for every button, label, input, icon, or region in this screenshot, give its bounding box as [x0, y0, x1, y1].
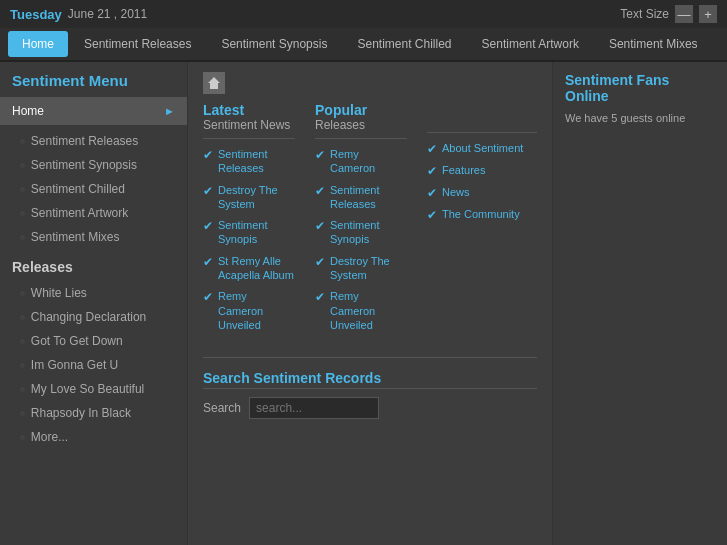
- popular-check-0: ✔: [315, 148, 325, 162]
- latest-item-3: ✔ St Remy Alle Acapella Album: [203, 254, 295, 283]
- fans-online-title: Sentiment Fans Online: [565, 72, 715, 104]
- sidebar-release-4[interactable]: My Love So Beautiful: [0, 377, 187, 401]
- svg-marker-0: [208, 77, 220, 89]
- sidebar-title-rest: Menu: [85, 72, 128, 89]
- popular-link-0[interactable]: Remy Cameron: [330, 147, 407, 176]
- sidebar-item-chilled[interactable]: Sentiment Chilled: [0, 177, 187, 201]
- quick-check-3: ✔: [427, 208, 437, 222]
- sidebar-release-0[interactable]: White Lies: [0, 281, 187, 305]
- popular-item-3: ✔ Destroy The System: [315, 254, 407, 283]
- popular-link-2[interactable]: Sentiment Synopis: [330, 218, 407, 247]
- popular-check-2: ✔: [315, 219, 325, 233]
- latest-title: Latest: [203, 102, 295, 118]
- quick-check-0: ✔: [427, 142, 437, 156]
- top-bar-left: Tuesday June 21 , 2011: [10, 7, 147, 22]
- popular-subtitle: Releases: [315, 118, 407, 132]
- latest-item-4: ✔ Remy Cameron Unveiled: [203, 289, 295, 332]
- latest-column: Latest Sentiment News ✔ Sentiment Releas…: [203, 102, 295, 339]
- quick-check-2: ✔: [427, 186, 437, 200]
- sidebar-releases-title: Releases: [0, 249, 187, 281]
- nav-item-artwork[interactable]: Sentiment Artwork: [468, 31, 593, 57]
- sidebar-item-artwork[interactable]: Sentiment Artwork: [0, 201, 187, 225]
- latest-item-1: ✔ Destroy The System: [203, 183, 295, 212]
- quick-link-item-2: ✔ News: [427, 185, 537, 200]
- fans-status-text: We have 5 guests online: [565, 112, 715, 124]
- popular-link-1[interactable]: Sentiment Releases: [330, 183, 407, 212]
- day-label: Tuesday: [10, 7, 62, 22]
- fans-accent: Sentiment: [565, 72, 633, 88]
- nav-item-mixes[interactable]: Sentiment Mixes: [595, 31, 712, 57]
- news-grid: Latest Sentiment News ✔ Sentiment Releas…: [203, 102, 537, 339]
- nav-item-releases[interactable]: Sentiment Releases: [70, 31, 205, 57]
- check-icon-0: ✔: [203, 148, 213, 162]
- nav-item-chilled[interactable]: Sentiment Chilled: [343, 31, 465, 57]
- sidebar-release-1[interactable]: Changing Declaration: [0, 305, 187, 329]
- sidebar-item-mixes[interactable]: Sentiment Mixes: [0, 225, 187, 249]
- sidebar-release-5[interactable]: Rhapsody In Black: [0, 401, 187, 425]
- sidebar-title: Sentiment Menu: [0, 72, 187, 97]
- search-divider: [203, 388, 537, 389]
- check-icon-1: ✔: [203, 184, 213, 198]
- check-icon-3: ✔: [203, 255, 213, 269]
- text-size-label: Text Size: [620, 7, 669, 21]
- sidebar-release-3[interactable]: Im Gonna Get U: [0, 353, 187, 377]
- search-field-label: Search: [203, 401, 241, 415]
- sidebar-home-arrow-icon: ►: [164, 105, 175, 117]
- check-icon-2: ✔: [203, 219, 213, 233]
- sidebar-release-2[interactable]: Got To Get Down: [0, 329, 187, 353]
- main-layout: Sentiment Menu Home ► Sentiment Releases…: [0, 62, 727, 545]
- latest-link-2[interactable]: Sentiment Synopis: [218, 218, 295, 247]
- sidebar-title-accent: Sentiment: [12, 72, 85, 89]
- sidebar-more-link[interactable]: More...: [0, 425, 187, 449]
- popular-check-4: ✔: [315, 290, 325, 304]
- latest-link-4[interactable]: Remy Cameron Unveiled: [218, 289, 295, 332]
- sidebar: Sentiment Menu Home ► Sentiment Releases…: [0, 62, 188, 545]
- quick-link-item-0: ✔ About Sentiment: [427, 141, 537, 156]
- popular-item-0: ✔ Remy Cameron: [315, 147, 407, 176]
- search-input[interactable]: [249, 397, 379, 419]
- popular-check-3: ✔: [315, 255, 325, 269]
- nav-item-synopsis[interactable]: Sentiment Synopsis: [207, 31, 341, 57]
- nav-item-home[interactable]: Home: [8, 31, 68, 57]
- home-icon[interactable]: [203, 72, 225, 94]
- latest-item-2: ✔ Sentiment Synopis: [203, 218, 295, 247]
- sidebar-home-button[interactable]: Home ►: [0, 97, 187, 125]
- latest-subtitle: Sentiment News: [203, 118, 295, 132]
- quick-links-column: ✔ About Sentiment ✔ Features ✔ News ✔ Th…: [427, 102, 537, 339]
- sidebar-item-synopsis[interactable]: Sentiment Synopsis: [0, 153, 187, 177]
- latest-link-3[interactable]: St Remy Alle Acapella Album: [218, 254, 295, 283]
- search-section: Search Sentiment Records Search: [203, 357, 537, 419]
- text-size-controls: Text Size — +: [620, 5, 717, 23]
- popular-link-3[interactable]: Destroy The System: [330, 254, 407, 283]
- popular-item-4: ✔ Remy Cameron Unveiled: [315, 289, 407, 332]
- quick-link-0[interactable]: About Sentiment: [442, 141, 523, 155]
- popular-item-2: ✔ Sentiment Synopis: [315, 218, 407, 247]
- latest-accent: Latest: [203, 102, 244, 118]
- popular-accent: Popular: [315, 102, 367, 118]
- popular-item-1: ✔ Sentiment Releases: [315, 183, 407, 212]
- latest-item-0: ✔ Sentiment Releases: [203, 147, 295, 176]
- sidebar-item-releases[interactable]: Sentiment Releases: [0, 129, 187, 153]
- popular-column: Popular Releases ✔ Remy Cameron ✔ Sentim…: [315, 102, 407, 339]
- text-size-increase-button[interactable]: +: [699, 5, 717, 23]
- top-bar: Tuesday June 21 , 2011 Text Size — +: [0, 0, 727, 28]
- quick-link-2[interactable]: News: [442, 185, 470, 199]
- latest-link-1[interactable]: Destroy The System: [218, 183, 295, 212]
- text-size-decrease-button[interactable]: —: [675, 5, 693, 23]
- quick-link-3[interactable]: The Community: [442, 207, 520, 221]
- quick-link-item-1: ✔ Features: [427, 163, 537, 178]
- date-label: June 21 , 2011: [68, 7, 147, 21]
- quick-link-item-3: ✔ The Community: [427, 207, 537, 222]
- search-row: Search: [203, 397, 537, 419]
- sidebar-home-label: Home: [12, 104, 44, 118]
- fans-online-panel: Sentiment Fans Online We have 5 guests o…: [552, 62, 727, 545]
- check-icon-4: ✔: [203, 290, 213, 304]
- search-accent: Search: [203, 370, 250, 386]
- search-title: Search Sentiment Records: [203, 370, 537, 386]
- quick-link-1[interactable]: Features: [442, 163, 485, 177]
- popular-link-4[interactable]: Remy Cameron Unveiled: [330, 289, 407, 332]
- content-area: Latest Sentiment News ✔ Sentiment Releas…: [188, 62, 552, 545]
- house-icon-svg: [207, 76, 221, 90]
- latest-link-0[interactable]: Sentiment Releases: [218, 147, 295, 176]
- search-title-rest: Sentiment Records: [250, 370, 381, 386]
